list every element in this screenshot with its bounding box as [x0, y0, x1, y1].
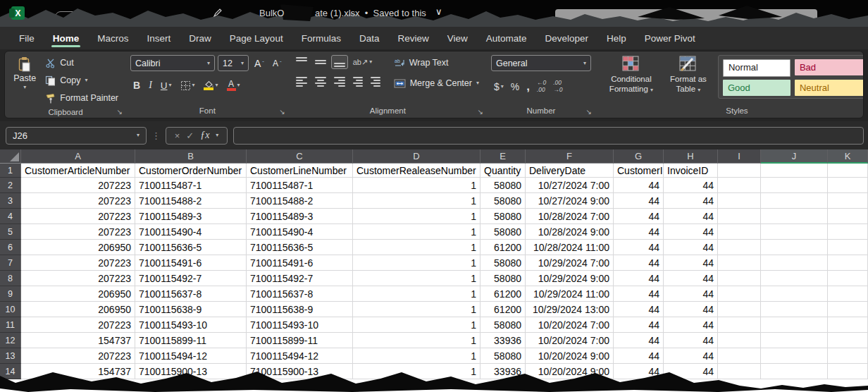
cell-E13[interactable]: 58080	[480, 348, 526, 364]
cell-F6[interactable]: 10/28/2024 11:00	[526, 240, 614, 255]
row-header-13[interactable]: 13	[0, 348, 21, 364]
cell-F13[interactable]: 10/20/2024 9:00	[526, 348, 614, 364]
cell-F7[interactable]: 10/29/2024 7:00	[526, 255, 614, 271]
cell-D2[interactable]: 1	[353, 178, 480, 193]
title-dropdown-chevron-icon[interactable]: ∨	[435, 6, 442, 17]
cell-C8[interactable]: 7100115492-7	[247, 271, 353, 286]
cell-J9[interactable]	[761, 286, 828, 302]
cell-D13[interactable]: 1	[353, 348, 480, 364]
cell-B11[interactable]: 7100115493-10	[135, 317, 247, 333]
insert-function-icon[interactable]: ƒx	[200, 130, 209, 141]
cell-J13[interactable]	[761, 348, 828, 364]
cell-B12[interactable]: 7100115899-11	[135, 333, 247, 348]
comma-style-button[interactable]: ,	[523, 78, 533, 96]
cell-F1[interactable]: DeliveryDate	[526, 164, 614, 178]
bold-button[interactable]: B	[130, 78, 143, 93]
cell-C2[interactable]: 7100115487-1	[247, 178, 353, 193]
cell-D1[interactable]: CustomerRealeaseNumber	[353, 164, 480, 178]
cell-K14[interactable]	[828, 364, 868, 379]
cell-F14[interactable]: 10/20/2024 9:00	[526, 364, 614, 379]
cell-A2[interactable]: 207223	[21, 178, 135, 193]
number-format-select[interactable]: General▾	[491, 55, 591, 71]
cell-I2[interactable]	[718, 178, 761, 193]
ribbon-tab-review[interactable]: Review	[388, 27, 438, 49]
cell-H7[interactable]: 44	[664, 255, 718, 271]
ribbon-tab-data[interactable]: Data	[350, 27, 389, 49]
cell-D4[interactable]: 1	[353, 209, 480, 224]
row-header-5[interactable]: 5	[0, 224, 21, 240]
ribbon-tab-help[interactable]: Help	[597, 27, 636, 49]
cell-F11[interactable]: 10/20/2024 7:00	[526, 317, 614, 333]
cell-J6[interactable]	[761, 240, 828, 255]
select-all-corner[interactable]	[0, 149, 21, 164]
copy-button[interactable]: Copy ▾	[42, 73, 122, 88]
cancel-icon[interactable]: ×	[175, 130, 180, 141]
cell-C3[interactable]: 7100115488-2	[247, 193, 353, 209]
cell-K12[interactable]	[828, 333, 868, 348]
cell-B4[interactable]: 7100115489-3	[135, 209, 247, 224]
percent-style-button[interactable]: %	[508, 79, 522, 94]
ribbon-tab-macros[interactable]: Macros	[88, 27, 137, 49]
row-header-14[interactable]: 14	[0, 364, 21, 379]
cell-B10[interactable]: 7100115638-9	[135, 302, 247, 317]
cell-F9[interactable]: 10/29/2024 11:00	[526, 286, 614, 302]
cell-H4[interactable]: 44	[664, 209, 718, 224]
cell-A14[interactable]: 154737	[21, 364, 135, 379]
cell-H2[interactable]: 44	[664, 178, 718, 193]
cell-D6[interactable]: 1	[353, 240, 480, 255]
cell-A1[interactable]: CustomerArticleNumber	[21, 164, 135, 178]
formula-input[interactable]	[233, 127, 864, 145]
cell-A10[interactable]: 206950	[21, 302, 135, 317]
align-center-button[interactable]	[312, 75, 329, 89]
cell-A13[interactable]: 207223	[21, 348, 135, 364]
cell-H13[interactable]: 44	[664, 348, 718, 364]
column-header-J[interactable]: J	[761, 149, 828, 164]
cell-B5[interactable]: 7100115490-4	[135, 224, 247, 240]
cell-K3[interactable]	[828, 193, 868, 209]
row-header-10[interactable]: 10	[0, 302, 21, 317]
cell-E2[interactable]: 58080	[480, 178, 526, 193]
cell-K10[interactable]	[828, 302, 868, 317]
align-bottom-button[interactable]	[331, 55, 348, 69]
cell-C1[interactable]: CustomerLineNumber	[247, 164, 353, 178]
cell-A7[interactable]: 207223	[21, 255, 135, 271]
cell-B7[interactable]: 7100115491-6	[135, 255, 247, 271]
cell-B3[interactable]: 7100115488-2	[135, 193, 247, 209]
increase-decimal-button[interactable]: ←0.00	[534, 78, 549, 96]
cell-G14[interactable]: 44	[614, 364, 664, 379]
row-header-9[interactable]: 9	[0, 286, 21, 302]
cell-B6[interactable]: 7100115636-5	[135, 240, 247, 255]
cell-J11[interactable]	[761, 317, 828, 333]
cell-H8[interactable]: 44	[664, 271, 718, 286]
row-header-12[interactable]: 12	[0, 333, 21, 348]
fill-color-button[interactable]: ▾	[201, 78, 221, 92]
cell-K5[interactable]	[828, 224, 868, 240]
cell-E6[interactable]: 61200	[480, 240, 526, 255]
cell-D10[interactable]: 1	[353, 302, 480, 317]
cell-G7[interactable]: 44	[614, 255, 664, 271]
cell-J10[interactable]	[761, 302, 828, 317]
decrease-decimal-button[interactable]: .00→0	[550, 78, 565, 96]
cell-E1[interactable]: Quantity	[480, 164, 526, 178]
cell-J2[interactable]	[761, 178, 828, 193]
cell-K7[interactable]	[828, 255, 868, 271]
cell-K9[interactable]	[828, 286, 868, 302]
cell-C13[interactable]: 7100115494-12	[247, 348, 353, 364]
cell-H12[interactable]: 44	[664, 333, 718, 348]
paste-button[interactable]: Paste ▾	[9, 55, 40, 106]
cell-J7[interactable]	[761, 255, 828, 271]
align-right-button[interactable]	[331, 75, 348, 89]
cell-J5[interactable]	[761, 224, 828, 240]
ribbon-tab-power-pivot[interactable]: Power Pivot	[636, 27, 705, 49]
enter-icon[interactable]: ✓	[186, 130, 194, 141]
cell-C5[interactable]: 7100115490-4	[247, 224, 353, 240]
cell-G11[interactable]: 44	[614, 317, 664, 333]
row-header-4[interactable]: 4	[0, 209, 21, 224]
cell-B13[interactable]: 7100115494-12	[135, 348, 247, 364]
cell-F8[interactable]: 10/29/2024 9:00	[526, 271, 614, 286]
font-size-select[interactable]: 12▾	[218, 55, 249, 71]
cell-D8[interactable]: 1	[353, 271, 480, 286]
cell-H10[interactable]: 44	[664, 302, 718, 317]
cell-E10[interactable]: 61200	[480, 302, 526, 317]
cell-B2[interactable]: 7100115487-1	[135, 178, 247, 193]
